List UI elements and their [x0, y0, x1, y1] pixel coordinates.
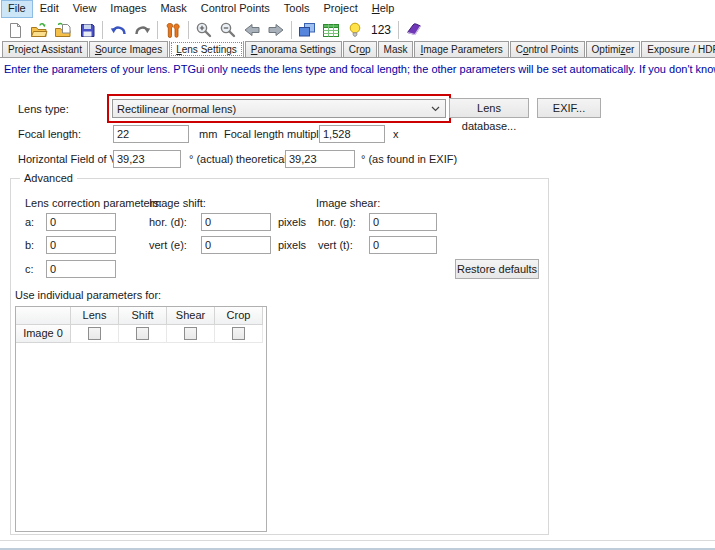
table-cell-crop: [215, 325, 263, 343]
param-b-label: b:: [25, 239, 34, 252]
chevron-down-icon: [431, 106, 445, 112]
param-c-label: c:: [25, 263, 34, 276]
tab-source-images[interactable]: Source Images: [89, 41, 168, 57]
hor-d-label: hor. (d):: [149, 216, 187, 229]
highlight-rectangle: Rectilinear (normal lens): [107, 94, 451, 123]
toolbar: 123: [0, 18, 715, 42]
tab-panorama-settings[interactable]: Panorama Settings: [245, 41, 342, 57]
table-header-row: Lens Shift Shear Crop: [16, 307, 266, 325]
hor-d-input[interactable]: [201, 213, 271, 231]
vert-t-label: vert (t):: [318, 239, 353, 252]
zoom-out-button[interactable]: [216, 19, 240, 41]
tab-image-parameters[interactable]: Image Parameters: [414, 41, 508, 57]
toolbar-separator: [157, 21, 158, 39]
numbers-button[interactable]: 123: [367, 23, 395, 37]
lightbulb-icon: [348, 22, 362, 39]
menu-mask[interactable]: Mask: [153, 0, 193, 18]
panorama-editor-button[interactable]: [295, 19, 319, 41]
menu-project[interactable]: Project: [317, 0, 365, 18]
new-document-icon: [7, 22, 24, 39]
save-project-button[interactable]: [75, 19, 99, 41]
restore-defaults-button[interactable]: Restore defaults: [455, 259, 539, 279]
table-header-crop[interactable]: Crop: [215, 307, 263, 325]
table-grid-icon: [322, 23, 340, 38]
focal-length-label: Focal length:: [18, 128, 81, 141]
checkbox-shear[interactable]: [184, 327, 197, 340]
menu-tools[interactable]: Tools: [277, 0, 317, 18]
hfov-input[interactable]: [113, 150, 181, 168]
param-a-input[interactable]: [46, 213, 116, 231]
menu-edit[interactable]: Edit: [33, 0, 66, 18]
tab-mask[interactable]: Mask: [378, 41, 414, 57]
table-header-blank[interactable]: [16, 307, 71, 325]
zoom-in-button[interactable]: [192, 19, 216, 41]
book-icon: [405, 22, 423, 38]
lens-database-button[interactable]: Lens database...: [449, 98, 529, 118]
new-project-button[interactable]: [3, 19, 27, 41]
param-b-input[interactable]: [46, 236, 116, 254]
next-arrow-icon: [267, 23, 285, 37]
focal-length-input[interactable]: [113, 125, 189, 143]
image-shear-header: Image shear:: [316, 197, 380, 210]
param-c-input[interactable]: [46, 260, 116, 278]
tab-project-assistant[interactable]: Project Assistant: [2, 41, 88, 57]
menu-images[interactable]: Images: [103, 0, 153, 18]
hor-g-input[interactable]: [369, 213, 437, 231]
tab-lens-settings[interactable]: Lens Settings: [169, 41, 244, 58]
undo-icon: [109, 23, 128, 38]
tools-button[interactable]: [161, 19, 185, 41]
pixels-label-2: pixels: [278, 239, 306, 252]
menu-bar: File Edit View Images Mask Control Point…: [0, 0, 715, 18]
hor-g-label: hor. (g):: [318, 216, 356, 229]
advanced-legend: Advanced: [20, 171, 77, 185]
menu-help[interactable]: Help: [365, 0, 402, 18]
detail-viewer-button[interactable]: [319, 19, 343, 41]
tab-exposure-hdr[interactable]: Exposure / HDR: [641, 41, 715, 57]
next-image-button[interactable]: [264, 19, 288, 41]
table-cell-lens: [71, 325, 119, 343]
menu-control-points[interactable]: Control Points: [194, 0, 277, 18]
individual-parameters-table: Lens Shift Shear Crop Image 0: [15, 306, 267, 532]
param-a-label: a:: [25, 216, 34, 229]
lens-settings-description: Enter the parameters of your lens. PTGui…: [4, 63, 715, 75]
tools-icon: [165, 22, 181, 39]
open-copy-button[interactable]: [51, 19, 75, 41]
tab-optimizer[interactable]: Optimizer: [586, 41, 641, 57]
open-project-button[interactable]: [27, 19, 51, 41]
multiplier-label: Focal length multiplier:: [224, 128, 334, 141]
lens-type-label: Lens type:: [18, 103, 69, 116]
checkbox-shift[interactable]: [136, 327, 149, 340]
table-header-shift[interactable]: Shift: [119, 307, 167, 325]
preview-button[interactable]: [343, 19, 367, 41]
vert-t-input[interactable]: [369, 236, 437, 254]
table-header-lens[interactable]: Lens: [71, 307, 119, 325]
help-button[interactable]: [402, 19, 426, 41]
table-row-header-image-0[interactable]: Image 0: [16, 325, 71, 343]
lens-type-dropdown[interactable]: Rectilinear (normal lens): [112, 99, 446, 118]
zoom-in-icon: [195, 21, 213, 39]
menu-view[interactable]: View: [66, 0, 104, 18]
folder-document-icon: [54, 22, 73, 39]
open-folder-icon: [30, 22, 49, 39]
image-shift-header: Image shift:: [149, 197, 206, 210]
zoom-out-icon: [219, 21, 237, 39]
theoretical-suffix: ° (as found in EXIF): [361, 153, 457, 166]
exif-button[interactable]: EXIF...: [537, 98, 601, 118]
undo-button[interactable]: [106, 19, 130, 41]
redo-button[interactable]: [130, 19, 154, 41]
tab-crop[interactable]: Crop: [343, 41, 377, 57]
advanced-groupbox: Advanced Lens correction parameters: Ima…: [10, 178, 549, 535]
menu-file[interactable]: File: [1, 0, 33, 18]
theoretical-input[interactable]: [285, 150, 355, 168]
vert-e-input[interactable]: [201, 236, 271, 254]
checkbox-lens[interactable]: [88, 327, 101, 340]
multiplier-input[interactable]: [319, 125, 385, 143]
previous-image-button[interactable]: [240, 19, 264, 41]
tab-control-points[interactable]: Control Points: [510, 41, 585, 57]
lens-type-value: Rectilinear (normal lens): [113, 103, 431, 115]
individual-params-label: Use individual parameters for:: [15, 289, 161, 302]
table-header-shear[interactable]: Shear: [167, 307, 215, 325]
vert-e-label: vert (e):: [149, 239, 187, 252]
overlapping-windows-icon: [298, 22, 316, 38]
checkbox-crop[interactable]: [232, 327, 245, 340]
